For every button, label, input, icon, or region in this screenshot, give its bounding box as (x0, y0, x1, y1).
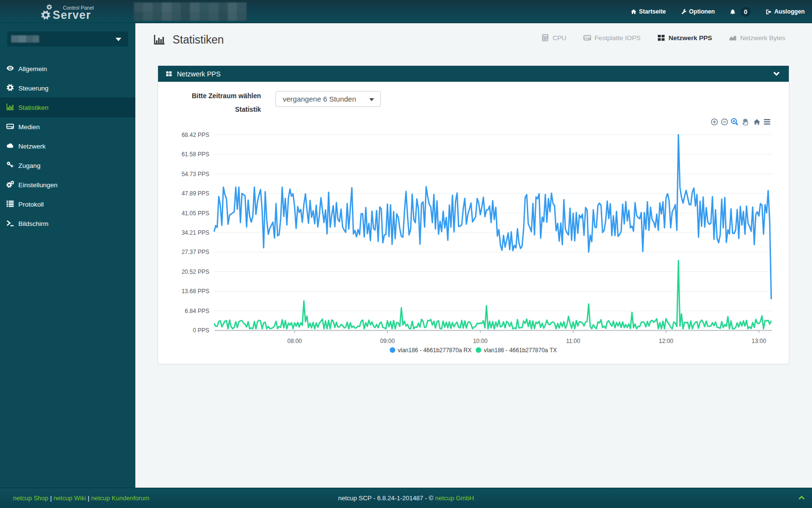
svg-text:08:00: 08:00 (287, 338, 302, 344)
svg-text:34.21 PPS: 34.21 PPS (182, 229, 209, 236)
svg-text:54.73 PPS: 54.73 PPS (182, 171, 209, 178)
svg-text:10:00: 10:00 (473, 338, 488, 344)
svg-text:0 PPS: 0 PPS (193, 327, 209, 334)
svg-text:11:00: 11:00 (566, 338, 580, 344)
svg-text:13.68 PPS: 13.68 PPS (182, 288, 209, 295)
svg-text:vlan186 - 4661b277870a RX: vlan186 - 4661b277870a RX (398, 347, 472, 354)
svg-text:41.05 PPS: 41.05 PPS (182, 210, 209, 217)
svg-text:61.58 PPS: 61.58 PPS (182, 151, 209, 158)
svg-text:27.37 PPS: 27.37 PPS (182, 249, 209, 255)
svg-text:6.84 PPS: 6.84 PPS (185, 308, 209, 314)
svg-text:13:00: 13:00 (752, 338, 766, 344)
svg-text:20.52 PPS: 20.52 PPS (182, 269, 209, 275)
svg-text:vlan186 - 4661b277870a TX: vlan186 - 4661b277870a TX (484, 347, 557, 354)
svg-text:47.89 PPS: 47.89 PPS (182, 190, 209, 197)
svg-text:12:00: 12:00 (659, 338, 673, 344)
svg-text:68.42 PPS: 68.42 PPS (182, 132, 209, 138)
svg-text:09:00: 09:00 (380, 338, 395, 344)
